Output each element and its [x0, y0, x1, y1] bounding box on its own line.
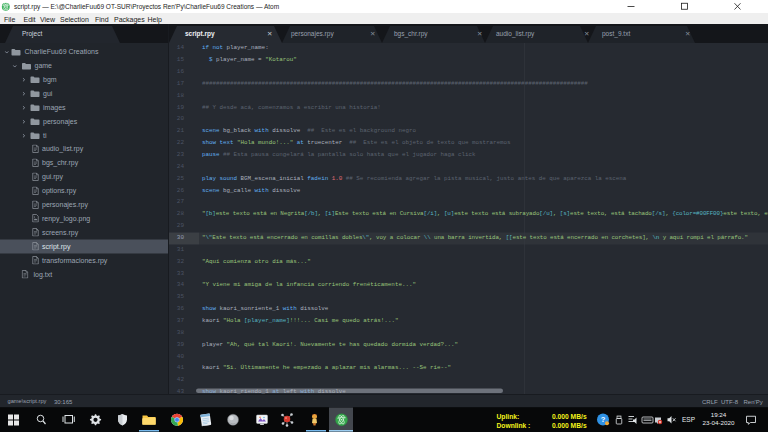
svg-text:?: ?: [601, 415, 606, 424]
